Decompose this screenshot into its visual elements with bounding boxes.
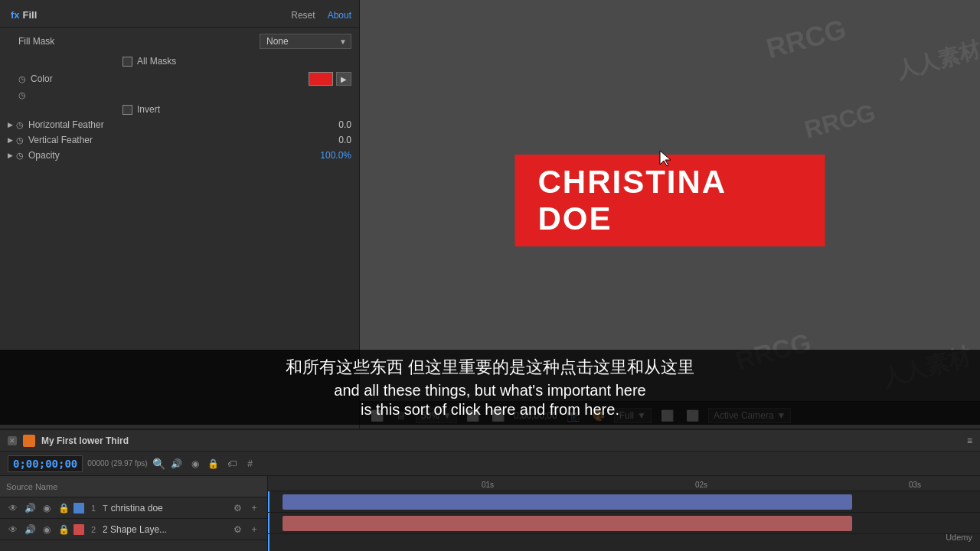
layout-icon[interactable]: ⬜ [658,408,677,423]
opacity-label: Opacity [28,150,320,161]
track-solo-icon[interactable]: ◉ [40,501,54,515]
all-masks-checkbox[interactable] [122,57,132,67]
grid-icon[interactable]: ⬜ [683,408,702,423]
monitor-icon[interactable]: 🖥 [393,408,410,423]
invert-row: Invert [0,102,359,117]
layer-color-swatch [74,503,84,514]
audio-icon[interactable]: 🔊 [170,457,184,471]
track-add-icon[interactable]: + [247,501,261,515]
timeline-tracks: Source Name 👁 🔊 ◉ 🔒 1 T christina doe ⚙ … [0,476,980,551]
timecode-display[interactable]: 0;00;00;00 [8,455,83,472]
vertical-feather-expand[interactable]: ▶ [8,136,13,144]
title-card: CHRISTINA DOE [515,155,825,246]
fill-mask-select[interactable]: None [260,34,351,49]
opacity-value[interactable]: 100.0% [320,150,351,161]
zoom-dropdown[interactable]: 50% ▼ [416,408,457,423]
track-visibility-icon[interactable]: 👁 [6,501,20,515]
watermark-1: RRCG [763,13,849,65]
vertical-feather-stopwatch[interactable]: ◷ [16,135,24,145]
shape-lock-icon[interactable]: 🔒 [57,523,70,536]
track-number: 1 [87,504,100,513]
timeline-right: 01s 02s 03s [268,476,980,551]
lock-icon[interactable]: 🔒 [207,457,220,471]
timeline-controls: 0;00;00;00 00000 (29.97 fps) 🔍 🔊 ◉ 🔒 🏷 # [0,452,980,476]
all-masks-row: All Masks [0,54,359,69]
all-masks-label: All Masks [137,56,176,67]
col-source-label: Source Name [6,482,261,491]
preview-panel: RRCG 人人素材 RRCG 人人素材 RRCG RRCG 人人素材 RRCG … [360,0,980,429]
ruler-mark-1: 01s [482,481,494,489]
udemy-badge: Udemy [946,533,972,542]
quality-dropdown[interactable]: Full ▼ [614,408,652,423]
track-columns-header: Source Name [0,476,267,497]
preview-toolbar: ⬜ 🖥 50% ▼ ⬜ ⬜ 0;00;00;00 📷 🎨 Full ▼ ⬜ ⬜ [360,401,980,429]
shape-track-number: 2 [87,525,100,534]
opacity-stopwatch[interactable]: ◷ [16,151,24,161]
color-arrow-button[interactable]: ▶ [336,72,351,86]
fx-controls: Reset About [291,10,351,21]
timeline-ruler: 01s 02s 03s [268,476,980,491]
shape-audio-icon[interactable]: 🔊 [23,523,37,536]
color-swatch[interactable] [309,72,333,86]
close-button[interactable]: ✕ [8,436,17,445]
camera-dropdown[interactable]: Active Camera ▼ [708,408,792,423]
shape-color-swatch [74,524,84,535]
timeline-bar-1[interactable] [283,494,852,510]
horizontal-feather-stopwatch[interactable]: ◷ [16,120,24,130]
opacity-row: ▶ ◷ Opacity 100.0% [0,148,359,163]
all-masks-checkbox-label[interactable]: All Masks [122,56,176,67]
hamburger-icon[interactable]: ≡ [967,435,972,446]
track-type-text-icon: T [103,504,108,513]
reset-button[interactable]: Reset [291,10,315,21]
invert-checkbox-label[interactable]: Invert [122,104,160,115]
fit-icon[interactable]: ⬜ [463,408,482,423]
fill-mask-dropdown-wrapper: None ▼ [260,34,351,49]
shape-visibility-icon[interactable]: 👁 [6,523,20,536]
top-area: fx Fill Reset About Fill Mask None ▼ [0,0,980,429]
opacity-expand[interactable]: ▶ [8,152,13,159]
circle-row: ◷ [0,89,359,102]
track-row-1: 👁 🔊 ◉ 🔒 1 T christina doe ⚙ + [0,497,267,519]
shape-add-icon[interactable]: + [247,523,261,536]
track-content-row-shape [268,513,980,534]
fill-mask-label: Fill Mask [18,36,260,47]
effects-panel: fx Fill Reset About Fill Mask None ▼ [0,0,360,429]
app-container: fx Fill Reset About Fill Mask None ▼ [0,0,980,551]
vertical-feather-row: ▶ ◷ Vertical Feather 0.0 [0,132,359,148]
solo-icon[interactable]: ◉ [188,457,202,471]
ruler-mark-2: 02s [695,481,707,489]
comp-indicator [23,435,35,447]
zoom-dropdown-arrow: ▼ [443,410,452,421]
horizontal-feather-expand[interactable]: ▶ [8,121,13,129]
color-row: ◷ Color ▶ [0,69,359,89]
color-icon[interactable]: 🎨 [589,408,608,423]
crop-icon[interactable]: ⬜ [488,408,508,423]
number-icon[interactable]: # [243,457,257,471]
color-stopwatch-icon[interactable]: ◷ [18,74,26,84]
watermark-2: 人人素材 [893,35,980,86]
vertical-feather-value[interactable]: 0.0 [338,135,351,145]
horizontal-feather-value[interactable]: 0.0 [338,119,351,130]
track-audio-icon[interactable]: 🔊 [23,501,37,515]
composition-icon[interactable]: ⬜ [368,408,387,423]
shape-track-name: 2 Shape Laye... [103,524,227,535]
track-settings-icon[interactable]: ⚙ [230,501,244,515]
preview-viewport: RRCG 人人素材 RRCG 人人素材 RRCG RRCG 人人素材 RRCG … [360,0,980,401]
watermark-7: 人人素材 [878,341,975,395]
label-icon[interactable]: 🏷 [225,457,239,471]
second-stopwatch-icon[interactable]: ◷ [18,90,26,100]
shape-settings-icon[interactable]: ⚙ [230,523,244,536]
about-button[interactable]: About [328,10,351,21]
timeline-bar-shape[interactable] [283,516,852,531]
timeline-area: ✕ My First lower Third ≡ 0;00;00;00 0000… [0,429,980,551]
fx-label: fx [11,9,20,21]
shape-solo-icon[interactable]: ◉ [40,523,54,536]
track-lock-icon[interactable]: 🔒 [57,501,70,515]
camera-dropdown-arrow: ▼ [777,410,786,421]
frame-info: 00000 (29.97 fps) [87,459,147,468]
camera-icon[interactable]: 📷 [564,408,583,423]
invert-checkbox[interactable] [122,105,132,115]
quality-dropdown-arrow: ▼ [637,410,646,421]
search-icon[interactable]: 🔍 [152,458,165,470]
camera-value: Active Camera [714,410,774,421]
